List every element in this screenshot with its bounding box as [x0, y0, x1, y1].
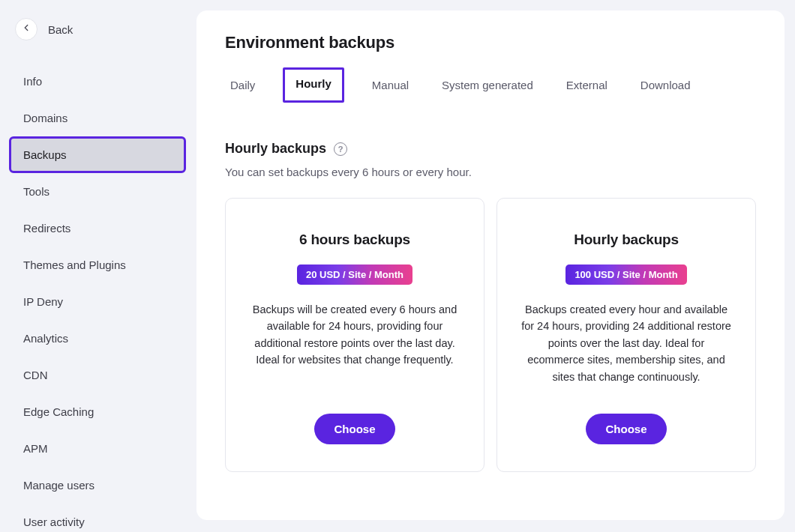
- back-row: Back: [9, 18, 186, 40]
- price-badge: 100 USD / Site / Month: [566, 265, 686, 285]
- sidebar-item-manage-users[interactable]: Manage users: [9, 467, 186, 504]
- plan-description: Backups created every hour and available…: [521, 301, 731, 385]
- plan-card: 6 hours backups20 USD / Site / MonthBack…: [225, 198, 484, 472]
- tab-manual[interactable]: Manual: [367, 67, 414, 103]
- sidebar-item-user-activity[interactable]: User activity: [9, 504, 186, 532]
- sidebar-item-backups[interactable]: Backups: [9, 136, 186, 173]
- tab-system-generated[interactable]: System generated: [436, 67, 538, 103]
- help-icon[interactable]: ?: [334, 142, 347, 156]
- price-badge: 20 USD / Site / Month: [297, 265, 412, 285]
- section-title: Hourly backups: [225, 141, 326, 157]
- nav-list: InfoDomainsBackupsToolsRedirectsThemes a…: [9, 63, 186, 532]
- plan-description: Backups will be created every 6 hours an…: [250, 301, 460, 369]
- content-panel: Environment backups DailyHourlyManualSys…: [196, 10, 784, 520]
- page-title: Environment backups: [225, 33, 756, 52]
- sidebar-item-cdn[interactable]: CDN: [9, 357, 186, 393]
- arrow-left-icon: [21, 22, 32, 36]
- sidebar-item-analytics[interactable]: Analytics: [9, 320, 186, 357]
- plan-card: Hourly backups100 USD / Site / MonthBack…: [496, 198, 756, 472]
- sidebar-item-edge-caching[interactable]: Edge Caching: [9, 393, 186, 430]
- tab-download[interactable]: Download: [635, 67, 696, 103]
- tabs: DailyHourlyManualSystem generatedExterna…: [225, 67, 756, 103]
- sidebar-item-redirects[interactable]: Redirects: [9, 210, 186, 247]
- sidebar-item-domains[interactable]: Domains: [9, 100, 186, 136]
- sidebar-item-info[interactable]: Info: [9, 63, 186, 100]
- tab-hourly[interactable]: Hourly: [283, 67, 344, 103]
- back-button[interactable]: [15, 18, 38, 40]
- sidebar-item-apm[interactable]: APM: [9, 430, 186, 467]
- back-label[interactable]: Back: [48, 23, 73, 36]
- section-head: Hourly backups ?: [225, 141, 756, 157]
- section-subtitle: You can set backups every 6 hours or eve…: [225, 166, 756, 178]
- sidebar: Back InfoDomainsBackupsToolsRedirectsThe…: [0, 0, 195, 532]
- plan-title: 6 hours backups: [299, 232, 410, 248]
- sidebar-item-tools[interactable]: Tools: [9, 173, 186, 210]
- choose-button[interactable]: Choose: [586, 414, 666, 444]
- plan-title: Hourly backups: [574, 232, 679, 248]
- sidebar-item-themes-and-plugins[interactable]: Themes and Plugins: [9, 247, 186, 283]
- choose-button[interactable]: Choose: [314, 414, 394, 444]
- plan-cards: 6 hours backups20 USD / Site / MonthBack…: [225, 198, 756, 472]
- tab-external[interactable]: External: [561, 67, 613, 103]
- tab-daily[interactable]: Daily: [225, 67, 260, 103]
- main: Environment backups DailyHourlyManualSys…: [195, 0, 795, 532]
- sidebar-item-ip-deny[interactable]: IP Deny: [9, 283, 186, 320]
